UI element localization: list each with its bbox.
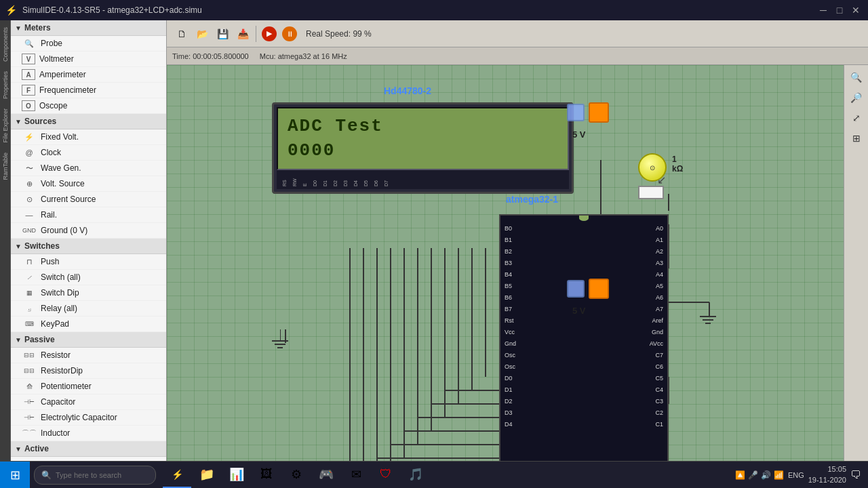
switch-all-label: Switch (all) xyxy=(41,272,81,282)
sidebar-tab-components[interactable]: Components xyxy=(1,23,10,66)
taskbar-date: 19-11-2020 xyxy=(808,475,846,485)
taskbar-app-game[interactable]: 🎮 xyxy=(312,462,340,488)
toolbar: 🗋 📂 💾 📥 ▶ ⏸ Real Speed: 99 % xyxy=(167,20,868,47)
zoom-in-button[interactable]: 🔍 xyxy=(847,68,866,87)
resistor-label: Resistor xyxy=(41,350,71,360)
led-orange-top xyxy=(589,102,609,123)
comp-inductor[interactable]: ⌒⌒ Inductor xyxy=(11,426,166,441)
comp-current-source[interactable]: ⊙ Current Source xyxy=(11,192,166,207)
taskbar-app-explorer[interactable]: 📁 xyxy=(193,462,221,488)
pause-icon: ⏸ xyxy=(282,26,297,41)
led-orange-bottom xyxy=(589,279,609,299)
taskbar-time-date: 15:05 19-11-2020 xyxy=(808,464,846,485)
comp-probe[interactable]: 🔍 Probe xyxy=(11,36,166,52)
taskbar-app-photos[interactable]: 🖼 xyxy=(252,462,281,488)
comp-resistor-dip[interactable]: ⊟⊟ ResistorDip xyxy=(11,363,166,379)
potentiometer-component[interactable]: ⊙ 1 kΩ ↙ xyxy=(638,153,667,199)
electrolytic-capacitor-label: Electrolytic Capacitor xyxy=(41,413,117,422)
active-label: Active xyxy=(24,444,49,453)
canvas-area[interactable]: Hd44780-2 ADC Test 0000 RS RW E D0 xyxy=(167,65,844,488)
search-icon: 🔍 xyxy=(41,470,52,480)
wave-gen-label: Wave Gen. xyxy=(41,163,81,173)
component-panel: ▼ Meters 🔍 Probe V Voltmeter A Amperimet… xyxy=(11,20,167,488)
status-time: Time: 00:00:05.800000 xyxy=(172,52,249,60)
comp-relay-all[interactable]: ⟓ Relay (all) xyxy=(11,301,166,317)
fit-button[interactable]: ⤢ xyxy=(847,108,866,127)
taskbar-app-mail[interactable]: ✉ xyxy=(342,462,370,488)
comp-oscope[interactable]: O Oscope xyxy=(11,98,166,114)
comp-frequencimeter[interactable]: F Frequencimeter xyxy=(11,83,166,98)
current-source-label: Current Source xyxy=(41,195,96,204)
lcd-pin-e: E xyxy=(302,173,307,186)
taskbar-app-simulide[interactable]: ⚡ xyxy=(163,462,191,488)
comp-capacitor[interactable]: ⊣⊢ Capacitor xyxy=(11,394,166,410)
sidebar-tab-file-explorer[interactable]: File Explorer xyxy=(1,104,10,147)
atmega-chip[interactable]: B0 B1 B2 B3 B4 B5 B6 B7 Rst Vcc Gnd Osc … xyxy=(499,214,669,488)
save-as-button[interactable]: 📥 xyxy=(233,24,252,43)
electrolytic-capacitor-icon: ⊣⊢ xyxy=(22,412,37,423)
section-passive[interactable]: ▼ Passive xyxy=(11,332,166,348)
section-switches[interactable]: ▼ Switches xyxy=(11,239,166,254)
comp-volt-source[interactable]: ⊕ Volt. Source xyxy=(11,176,166,192)
taskbar-app-settings[interactable]: ⚙ xyxy=(282,462,311,488)
minimize-button[interactable]: ─ xyxy=(816,5,830,16)
comp-fixed-volt[interactable]: ⚡ Fixed Volt. xyxy=(11,129,166,145)
ground-icon: GND xyxy=(22,225,37,236)
led-blue-top xyxy=(567,104,585,121)
power-5v-top-label: 5 V xyxy=(572,129,586,140)
app-icon: ⚡ xyxy=(5,5,17,16)
lcd-pin-d1: D1 xyxy=(323,173,328,186)
speed-label: Real Speed: 99 % xyxy=(306,29,372,39)
save-button[interactable]: 💾 xyxy=(213,24,232,43)
sidebar-tab-properties[interactable]: Properties xyxy=(1,67,10,103)
comp-rail[interactable]: — Rail. xyxy=(11,207,166,223)
relay-all-icon: ⟓ xyxy=(22,303,37,314)
power-5v-top[interactable] xyxy=(567,102,609,123)
lcd-pin-d0: D0 xyxy=(313,173,317,186)
sidebar-tab-ramtable[interactable]: RamTable xyxy=(1,148,10,184)
comp-amperimeter[interactable]: A Amperimeter xyxy=(11,67,166,83)
lcd-component[interactable]: ADC Test 0000 RS RW E D0 D1 D2 D3 D4 xyxy=(272,102,574,194)
taskbar-app-antivirus[interactable]: 🛡 xyxy=(372,462,400,488)
pause-button[interactable]: ⏸ xyxy=(280,24,299,43)
comp-resistor[interactable]: ⊟⊟ Resistor xyxy=(11,348,166,363)
comp-switch-dip[interactable]: ▦ Switch Dip xyxy=(11,285,166,301)
section-sources[interactable]: ▼ Sources xyxy=(11,114,166,129)
panel-scroll[interactable]: ▼ Meters 🔍 Probe V Voltmeter A Amperimet… xyxy=(11,20,166,484)
current-source-icon: ⊙ xyxy=(22,194,37,205)
zoom-out-button[interactable]: 🔎 xyxy=(847,88,866,107)
new-button[interactable]: 🗋 xyxy=(172,24,191,43)
comp-push[interactable]: ⊓ Push xyxy=(11,254,166,270)
taskbar-notification-icon[interactable]: 🗨 xyxy=(850,469,861,481)
comp-electrolytic-capacitor[interactable]: ⊣⊢ Electrolytic Capacitor xyxy=(11,410,166,426)
run-button[interactable]: ▶ xyxy=(260,24,279,43)
power-5v-bottom[interactable] xyxy=(567,279,609,299)
comp-switch-all[interactable]: ⟋ Switch (all) xyxy=(11,270,166,285)
start-button[interactable]: ⊞ xyxy=(0,462,30,489)
section-meters[interactable]: ▼ Meters xyxy=(11,20,166,36)
comp-voltmeter[interactable]: V Voltmeter xyxy=(11,52,166,67)
volt-source-icon: ⊕ xyxy=(22,178,37,189)
taskbar-language: ENG xyxy=(788,471,804,479)
comp-potentiometer[interactable]: ⟰ Potentiometer xyxy=(11,379,166,394)
comp-wave-gen[interactable]: 〜 Wave Gen. xyxy=(11,161,166,176)
open-button[interactable]: 📂 xyxy=(193,24,212,43)
maximize-button[interactable]: □ xyxy=(833,5,846,16)
search-input[interactable] xyxy=(56,471,149,479)
frequencimeter-icon: F xyxy=(22,85,35,96)
comp-keypad[interactable]: ⌨ KeyPad xyxy=(11,317,166,332)
amperimeter-icon: A xyxy=(22,69,35,80)
comp-clock[interactable]: @ Clock xyxy=(11,145,166,161)
potentiometer-icon: ⟰ xyxy=(22,381,37,392)
lcd-pin-d7: D7 xyxy=(384,173,389,186)
main-area: 🗋 📂 💾 📥 ▶ ⏸ Real Speed: 99 % Time: 00:00… xyxy=(167,20,868,488)
lcd-pin-rw: RW xyxy=(292,173,297,186)
grid-button[interactable]: ⊞ xyxy=(847,129,866,148)
close-button[interactable]: ✕ xyxy=(849,5,863,16)
cursor-at-pot: ↙ xyxy=(657,174,666,186)
taskbar-app-powerpoint[interactable]: 📊 xyxy=(222,462,251,488)
taskbar-app-media[interactable]: 🎵 xyxy=(401,462,430,488)
section-active[interactable]: ▼ Active xyxy=(11,441,166,457)
taskbar-search[interactable]: 🔍 xyxy=(34,466,156,485)
comp-ground[interactable]: GND Ground (0 V) xyxy=(11,223,166,239)
